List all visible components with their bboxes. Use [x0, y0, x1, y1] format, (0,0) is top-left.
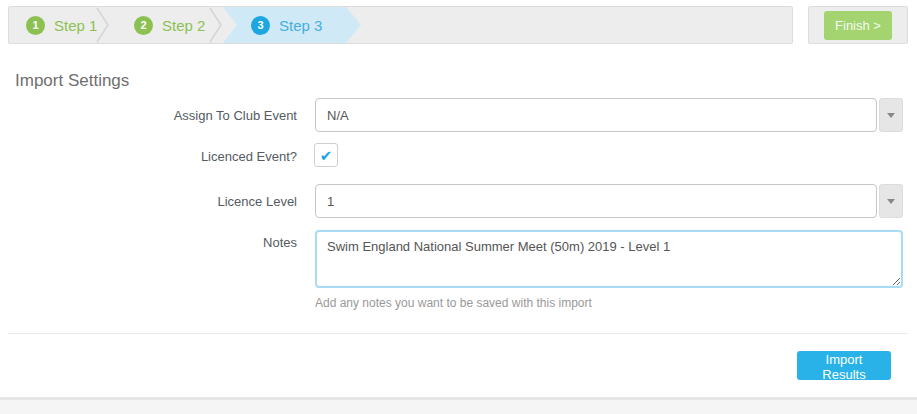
wizard-step-1[interactable]: 1 Step 1 — [26, 7, 97, 43]
check-icon: ✔ — [320, 148, 333, 163]
assign-to-club-event-label: Assign To Club Event — [0, 108, 297, 123]
assign-to-club-event-dropdown-button[interactable] — [879, 98, 903, 132]
step-3-label: Step 3 — [279, 17, 322, 34]
notes-help-text: Add any notes you want to be saved with … — [315, 296, 592, 310]
licenced-event-label: Licenced Event? — [0, 149, 297, 164]
assign-to-club-event-value: N/A — [315, 98, 877, 132]
content-divider — [8, 333, 908, 334]
chevron-separator-icon — [209, 7, 223, 43]
wizard-step-2[interactable]: 2 Step 2 — [134, 7, 205, 43]
licenced-event-checkbox[interactable]: ✔ — [314, 143, 338, 167]
licence-level-value: 1 — [315, 184, 877, 218]
finish-button[interactable]: Finish > — [824, 11, 892, 40]
page-footer — [0, 397, 917, 414]
licence-level-dropdown-button[interactable] — [879, 184, 903, 218]
step-2-label: Step 2 — [162, 17, 205, 34]
wizard-actions-bar: Finish > — [808, 6, 908, 44]
step-2-number-badge: 2 — [134, 16, 153, 35]
import-results-button[interactable]: Import Results — [797, 351, 891, 380]
licence-level-label: Licence Level — [0, 194, 297, 209]
step-1-number-badge: 1 — [26, 16, 45, 35]
notes-label: Notes — [0, 235, 297, 250]
step-3-number-badge: 3 — [251, 16, 270, 35]
page-title: Import Settings — [15, 71, 129, 91]
notes-textarea[interactable]: Swim England National Summer Meet (50m) … — [315, 230, 903, 288]
step-1-label: Step 1 — [54, 17, 97, 34]
import-wizard-page: 1 Step 1 2 Step 2 3 Step 3 Finish > Impo… — [0, 0, 917, 414]
caret-down-icon — [887, 199, 895, 204]
wizard-steps-bar: 1 Step 1 2 Step 2 3 Step 3 — [8, 6, 793, 44]
chevron-separator-icon — [96, 7, 110, 43]
wizard-step-3[interactable]: 3 Step 3 — [223, 7, 361, 43]
caret-down-icon — [887, 113, 895, 118]
assign-to-club-event-select[interactable]: N/A — [315, 98, 903, 132]
licence-level-select[interactable]: 1 — [315, 184, 903, 218]
